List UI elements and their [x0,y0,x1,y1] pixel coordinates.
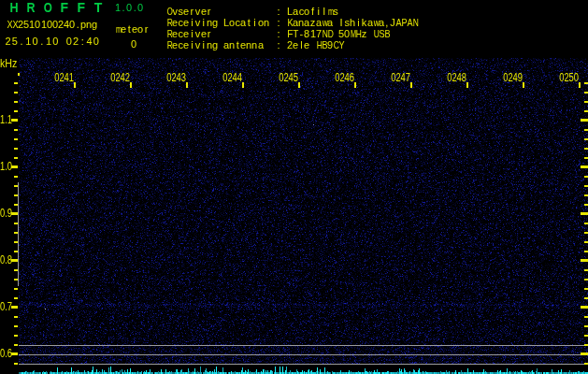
freq-tick-label: 0.6 [0,349,12,358]
info-label: Receiving Location [166,18,269,28]
freq-tick-label: 0.8 [0,255,12,265]
app-version: 1.0.0 [115,3,143,13]
freq-tick-label: 0.9 [0,209,12,218]
info-value: : FT-817ND 50MHz USB [276,29,390,39]
app-title: H R O F F T [9,2,103,14]
info-value: : Lacofilms [276,7,338,17]
datetime-label: 25.10.10 02:40 [5,36,100,47]
time-tick-label: 0243 [165,73,186,82]
info-value: : 2ele HB9CY [276,40,344,50]
freq-tick-label: 0.7 [0,302,12,311]
time-tick-label: 0246 [333,73,354,82]
time-tick-label: 0245 [277,73,298,82]
meteor-counter-label: meteor [115,24,150,35]
time-tick-label: 0242 [108,73,130,82]
time-tick-label: 0249 [501,73,523,82]
time-tick-label: 0241 [52,73,74,82]
meteor-count-value: 0 [131,39,136,50]
time-tick-label: 0244 [221,73,242,82]
filename-label: XX2510100240.png [7,20,98,30]
frequency-axis-unit: kHz [0,57,17,69]
info-value: : Kanazawa Ishikawa,JAPAN [276,18,418,28]
freq-tick-label: 1.0 [0,162,12,171]
time-tick-label: 0250 [557,73,579,82]
time-tick-label: 0248 [445,73,466,82]
time-tick-label: 0247 [389,73,410,82]
freq-tick-label: 1.1 [0,115,12,124]
spectrogram-canvas [0,0,588,374]
info-label: Ovserver [166,7,212,17]
hrofft-app: H R O F F T 1.0.0 XX2510100240.png meteo… [0,0,588,374]
info-label: Receiver [166,29,212,39]
info-label: Receiving antenna [166,40,264,50]
